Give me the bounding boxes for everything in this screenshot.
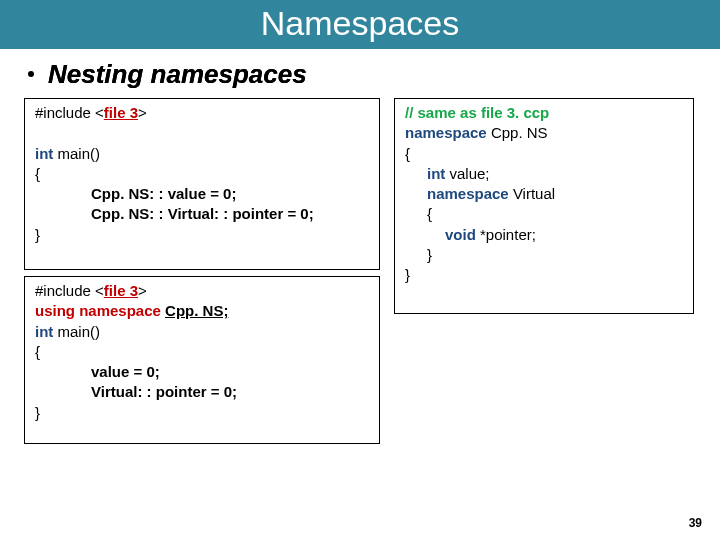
txt: main() [53, 323, 100, 340]
code-blank [35, 123, 369, 143]
code-line: { [35, 342, 369, 362]
code-line: { [405, 204, 683, 224]
code-line: using namespace Cpp. NS; [35, 301, 369, 321]
kw-int: int [35, 145, 53, 162]
code-line: int main() [35, 322, 369, 342]
code-line: } [405, 265, 683, 285]
code-box-2: #include <file 3> using namespace Cpp. N… [24, 276, 380, 444]
txt: Cpp. NS [487, 124, 548, 141]
code-comment: // same as file 3. ccp [405, 103, 683, 123]
code-box-1: #include <file 3> int main() { Cpp. NS: … [24, 98, 380, 270]
kw-using: using namespace [35, 302, 165, 319]
page-number: 39 [689, 516, 702, 530]
code-line: value = 0; [35, 362, 369, 382]
code-line: Cpp. NS: : Virtual: : pointer = 0; [35, 204, 369, 224]
txt: Cpp. NS; [165, 302, 228, 319]
kw-namespace: namespace [405, 124, 487, 141]
code-line: namespace Cpp. NS [405, 123, 683, 143]
code-line: } [35, 403, 369, 423]
txt: main() [53, 145, 100, 162]
bullet-nesting: Nesting namespaces [28, 59, 720, 90]
code-line: void *pointer; [405, 225, 683, 245]
code-line: { [405, 144, 683, 164]
txt: Virtual [513, 185, 555, 202]
code-line: { [35, 164, 369, 184]
kw-int: int [427, 165, 450, 182]
kw-int: int [35, 323, 53, 340]
kw-namespace: namespace [427, 185, 513, 202]
file-ref: file 3 [104, 282, 138, 299]
code-line: int value; [405, 164, 683, 184]
bullet-text: Nesting namespaces [48, 59, 307, 89]
code-line: #include <file 3> [35, 103, 369, 123]
txt: #include < [35, 104, 104, 121]
slide-title: Namespaces [0, 0, 720, 49]
code-line: } [405, 245, 683, 265]
code-box-3: // same as file 3. ccp namespace Cpp. NS… [394, 98, 694, 314]
txt: > [138, 282, 147, 299]
code-line: namespace Virtual [405, 184, 683, 204]
code-line: #include <file 3> [35, 281, 369, 301]
code-line: } [35, 225, 369, 245]
txt: *pointer; [480, 226, 536, 243]
txt: > [138, 104, 147, 121]
bullet-dot [28, 71, 34, 77]
code-line: int main() [35, 144, 369, 164]
txt: #include < [35, 282, 104, 299]
txt: value; [450, 165, 490, 182]
code-line: Virtual: : pointer = 0; [35, 382, 369, 402]
kw-void: void [445, 226, 480, 243]
file-ref: file 3 [104, 104, 138, 121]
code-line: Cpp. NS: : value = 0; [35, 184, 369, 204]
